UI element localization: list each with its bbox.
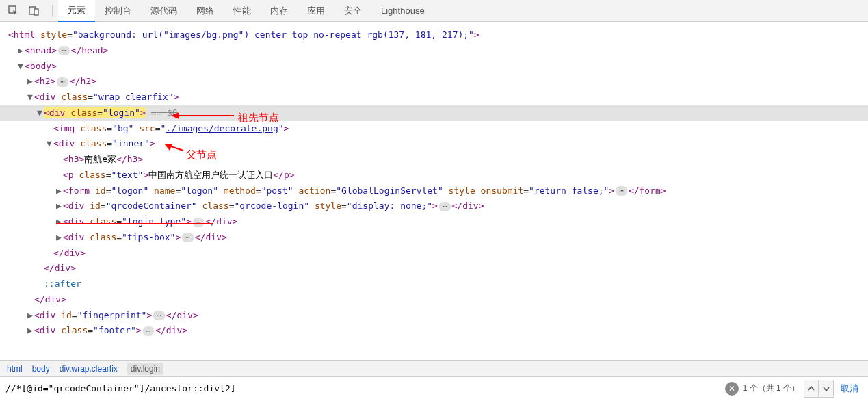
ellipsis-icon[interactable]: ⋯: [182, 233, 194, 242]
dom-node-head[interactable]: ▶<head>⋯</head>: [8, 43, 868, 59]
dom-node-h2[interactable]: ▶<h2>⋯</h2>: [8, 74, 868, 90]
ellipsis-icon[interactable]: ⋯: [143, 326, 155, 336]
expand-caret[interactable]: ▶: [18, 43, 25, 59]
dom-pseudo-after[interactable]: ::after: [8, 276, 868, 292]
tab-elements[interactable]: 元素: [58, 0, 95, 22]
search-result-count: 1 个（共 1 个）: [743, 383, 800, 394]
search-prev-button[interactable]: [804, 380, 819, 398]
clear-search-icon[interactable]: ✕: [725, 382, 739, 396]
tab-lighthouse[interactable]: Lighthouse: [371, 0, 434, 22]
dom-node-fingerprint[interactable]: ▶<div id="fingerprint">⋯</div>: [8, 308, 868, 324]
dom-node-qrcode[interactable]: ▶<div id="qrcodeContainer" class="qrcode…: [8, 198, 868, 214]
dom-close-inner[interactable]: </div>: [8, 246, 868, 261]
expand-caret[interactable]: ▶: [27, 74, 34, 90]
search-bar: ✕ 1 个（共 1 个） 取消: [0, 376, 868, 400]
dom-node-body[interactable]: ▼<body>: [8, 59, 868, 75]
search-next-button[interactable]: [819, 380, 834, 398]
dom-node-form[interactable]: ▶<form id="logon" name="logon" method="p…: [8, 183, 868, 199]
dom-node-footer[interactable]: ▶<div class="footer">⋯</div>: [8, 323, 868, 339]
toolbar-divider: [52, 5, 53, 17]
tab-sources[interactable]: 源代码: [141, 0, 187, 22]
collapse-caret[interactable]: ▼: [47, 136, 53, 152]
dom-close-wrap[interactable]: </div>: [8, 292, 868, 308]
breadcrumb-item[interactable]: body: [32, 364, 50, 374]
dom-node-tips[interactable]: ▶<div class="tips-box">⋯</div>: [8, 230, 868, 246]
tab-security[interactable]: 安全: [334, 0, 371, 22]
tab-application[interactable]: 应用: [298, 0, 334, 22]
tab-network[interactable]: 网络: [187, 0, 224, 22]
dom-node-img[interactable]: <img class="bg" src="./images/decorate.p…: [8, 121, 868, 137]
search-input[interactable]: [0, 377, 721, 400]
devtools-toolbar: 元素 控制台 源代码 网络 性能 内存 应用 安全 Lighthouse: [0, 0, 868, 22]
collapse-caret[interactable]: ▼: [37, 105, 44, 121]
ellipsis-icon[interactable]: ⋯: [439, 202, 451, 211]
search-cancel-button[interactable]: 取消: [841, 383, 858, 395]
collapse-caret[interactable]: ▼: [18, 59, 25, 75]
tab-memory[interactable]: 内存: [261, 0, 298, 22]
expand-caret[interactable]: ▶: [27, 308, 34, 324]
expand-caret[interactable]: ▶: [56, 214, 63, 230]
ellipsis-icon[interactable]: ⋯: [57, 77, 68, 87]
dom-close-login[interactable]: </div>: [8, 261, 868, 276]
breadcrumb-item[interactable]: html: [7, 364, 23, 374]
ellipsis-icon[interactable]: ⋯: [616, 186, 627, 196]
ellipsis-icon[interactable]: ⋯: [58, 46, 70, 55]
breadcrumb-item-current[interactable]: div.login: [127, 363, 163, 375]
ellipsis-icon[interactable]: ⋯: [193, 218, 205, 227]
tab-performance[interactable]: 性能: [224, 0, 261, 22]
breadcrumb-item[interactable]: div.wrap.clearfix: [60, 364, 118, 374]
dom-node-wrap[interactable]: ▼<div class="wrap clearfix">: [8, 90, 868, 105]
expand-caret[interactable]: ▶: [27, 323, 34, 339]
expand-caret[interactable]: ▶: [56, 198, 63, 214]
tab-console[interactable]: 控制台: [95, 0, 141, 22]
ellipsis-icon[interactable]: ⋯: [153, 311, 165, 320]
dom-tree-panel[interactable]: <html style="background: url("images/bg.…: [0, 22, 868, 360]
dom-node-login-type[interactable]: ▶<div class="login-type">⋯</div>: [8, 214, 868, 230]
svg-rect-2: [34, 9, 38, 15]
dom-node-html[interactable]: <html style="background: url("images/bg.…: [8, 27, 868, 43]
dom-node-inner[interactable]: ▼<div class="inner">: [8, 136, 868, 152]
dom-node-h3[interactable]: <h3>南航e家</h3>: [8, 152, 868, 168]
collapse-caret[interactable]: ▼: [27, 90, 34, 105]
expand-caret[interactable]: ▶: [56, 183, 63, 199]
dom-breadcrumb: html body div.wrap.clearfix div.login: [0, 360, 868, 376]
inspect-icon[interactable]: [5, 3, 22, 19]
device-toggle-icon[interactable]: [26, 3, 42, 19]
expand-caret[interactable]: ▶: [56, 230, 63, 246]
selected-badge: == $0: [151, 107, 178, 118]
dom-node-p-text[interactable]: <p class="text">中国南方航空用户统一认证入口</p>: [8, 168, 868, 183]
dom-node-login[interactable]: ⋯▼<div class="login"> == $0: [0, 105, 868, 121]
